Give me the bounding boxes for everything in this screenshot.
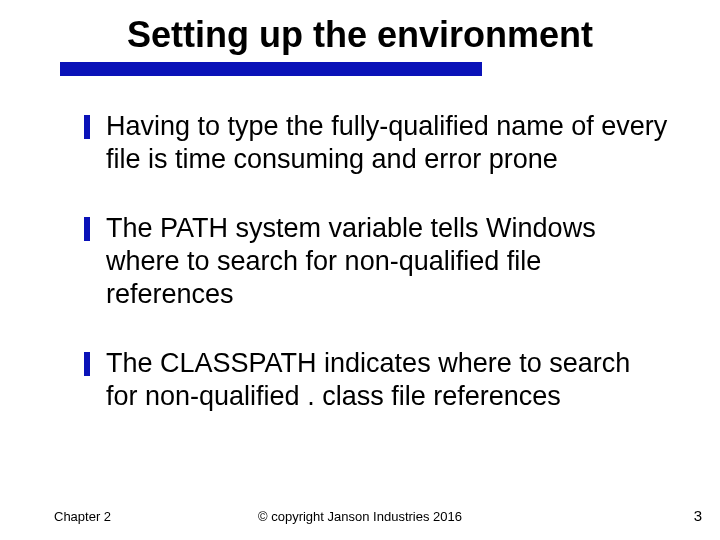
bullet-icon	[84, 217, 90, 241]
bullet-text: The CLASSPATH indicates where to search …	[106, 347, 668, 413]
list-item: The PATH system variable tells Windows w…	[84, 212, 668, 311]
list-item: Having to type the fully-qualified name …	[84, 110, 668, 176]
bullet-icon	[84, 115, 90, 139]
slide: Setting up the environment Having to typ…	[0, 0, 720, 540]
footer-center: © copyright Janson Industries 2016	[0, 509, 720, 524]
slide-footer: Chapter 2 © copyright Janson Industries …	[0, 504, 720, 524]
slide-title: Setting up the environment	[0, 14, 720, 56]
title-underline-bar	[60, 62, 482, 76]
bullet-text: The PATH system variable tells Windows w…	[106, 212, 668, 311]
slide-body: Having to type the fully-qualified name …	[84, 110, 668, 449]
list-item: The CLASSPATH indicates where to search …	[84, 347, 668, 413]
bullet-icon	[84, 352, 90, 376]
bullet-text: Having to type the fully-qualified name …	[106, 110, 668, 176]
footer-page-number: 3	[694, 507, 702, 524]
